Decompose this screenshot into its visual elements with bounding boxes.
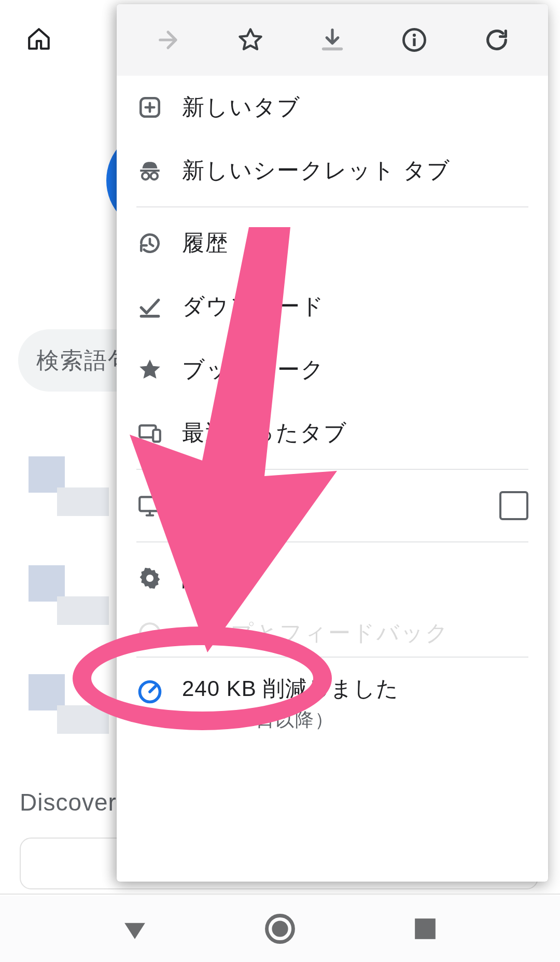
nav-back-button[interactable]: [117, 911, 153, 947]
nav-recents-button[interactable]: [407, 911, 443, 947]
menu-item-recent-tabs[interactable]: 最近使ったタブ: [117, 401, 548, 465]
home-icon: [26, 26, 52, 52]
svg-rect-8: [139, 497, 160, 511]
menu-item-history[interactable]: 履歴: [117, 212, 548, 275]
menu-label: ブックマーク: [182, 355, 528, 385]
circle-home-icon: [262, 911, 298, 946]
menu-label: PC 版サイト: [182, 491, 481, 521]
data-saver-icon: [136, 678, 163, 705]
site-tiles: [21, 449, 111, 739]
desktop-icon: [136, 492, 163, 519]
menu-label: 新しいタブ: [182, 92, 528, 122]
menu-label: 設定: [182, 563, 528, 593]
svg-rect-2: [413, 38, 416, 46]
reload-icon: [483, 26, 510, 53]
reload-button[interactable]: [476, 19, 517, 61]
menu-item-incognito[interactable]: 新しいシークレット タブ: [117, 139, 548, 202]
star-filled-icon: [136, 356, 163, 383]
menu-divider: [136, 206, 528, 207]
menu-item-desktop-site[interactable]: PC 版サイト: [117, 474, 548, 537]
home-button[interactable]: [18, 18, 60, 60]
downloads-done-icon: [136, 293, 163, 320]
menu-label: 履歴: [182, 228, 528, 258]
new-tab-icon: [136, 94, 163, 121]
menu-item-help[interactable]: ヘルプとフィードバック: [117, 610, 548, 657]
svg-point-1: [413, 34, 416, 37]
menu-item-settings[interactable]: 設定: [117, 547, 548, 610]
discover-label: Discover: [20, 788, 117, 816]
menu-label: 最近使ったタブ: [182, 418, 528, 448]
menu-item-downloads[interactable]: ダウンロード: [117, 275, 548, 338]
download-button[interactable]: [312, 19, 353, 61]
info-icon: [401, 26, 428, 53]
data-saver-line2: （1月11日以降）: [182, 707, 528, 733]
menu-item-new-tab[interactable]: 新しいタブ: [117, 76, 548, 139]
arrow-forward-icon: [155, 26, 181, 53]
svg-point-14: [272, 921, 288, 937]
help-icon: [136, 620, 163, 647]
svg-rect-7: [153, 430, 160, 442]
svg-point-10: [146, 575, 153, 582]
download-icon: [319, 26, 346, 53]
svg-point-4: [142, 173, 149, 179]
menu-divider: [136, 469, 528, 470]
menu-top-row: [117, 4, 548, 76]
svg-rect-15: [415, 918, 436, 939]
bookmark-star-button[interactable]: [230, 19, 271, 61]
forward-button[interactable]: [147, 19, 189, 61]
android-navbar: [0, 896, 560, 962]
desktop-site-checkbox[interactable]: [499, 491, 528, 520]
page-info-button[interactable]: [394, 19, 435, 61]
menu-item-data-saver[interactable]: 240 KB 削減しました （1月11日以降）: [117, 662, 548, 748]
history-icon: [136, 230, 163, 257]
menu-item-bookmarks[interactable]: ブックマーク: [117, 338, 548, 401]
devices-icon: [136, 420, 163, 447]
menu-label: 新しいシークレット タブ: [182, 156, 528, 186]
menu-label: ヘルプとフィードバック: [182, 618, 528, 648]
overflow-menu: 新しいタブ 新しいシークレット タブ 履歴: [117, 4, 548, 882]
svg-point-5: [151, 173, 158, 179]
site-tile[interactable]: [21, 557, 109, 630]
incognito-icon: [136, 157, 163, 184]
nav-home-button[interactable]: [262, 911, 298, 947]
menu-label: ダウンロード: [182, 291, 528, 322]
svg-point-11: [140, 623, 160, 643]
site-tile[interactable]: [21, 449, 109, 521]
content-divider: [0, 894, 560, 895]
star-icon: [237, 26, 264, 53]
gear-icon: [136, 565, 163, 592]
menu-divider: [136, 541, 528, 542]
menu-divider: [136, 657, 528, 658]
square-recents-icon: [408, 911, 443, 946]
site-tile[interactable]: [21, 666, 109, 739]
triangle-back-icon: [117, 911, 152, 946]
data-saver-line1: 240 KB 削減しました: [182, 674, 528, 703]
